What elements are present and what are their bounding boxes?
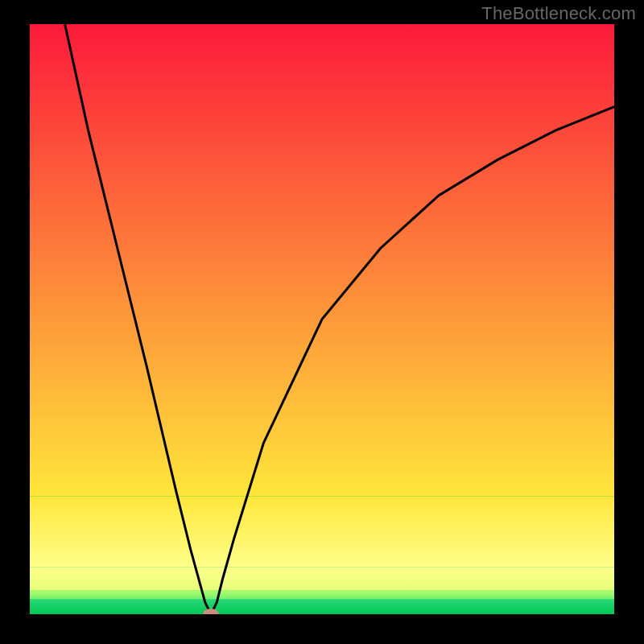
svg-rect-2 (30, 567, 614, 590)
optimal-point-marker (203, 609, 219, 614)
plot-area (30, 24, 614, 614)
svg-rect-1 (30, 496, 614, 567)
plot-svg (30, 24, 614, 614)
watermark-text: TheBottleneck.com (481, 3, 636, 24)
svg-rect-4 (30, 600, 614, 614)
chart-frame: TheBottleneck.com (0, 0, 644, 644)
svg-rect-0 (30, 24, 614, 496)
svg-rect-3 (30, 591, 614, 600)
